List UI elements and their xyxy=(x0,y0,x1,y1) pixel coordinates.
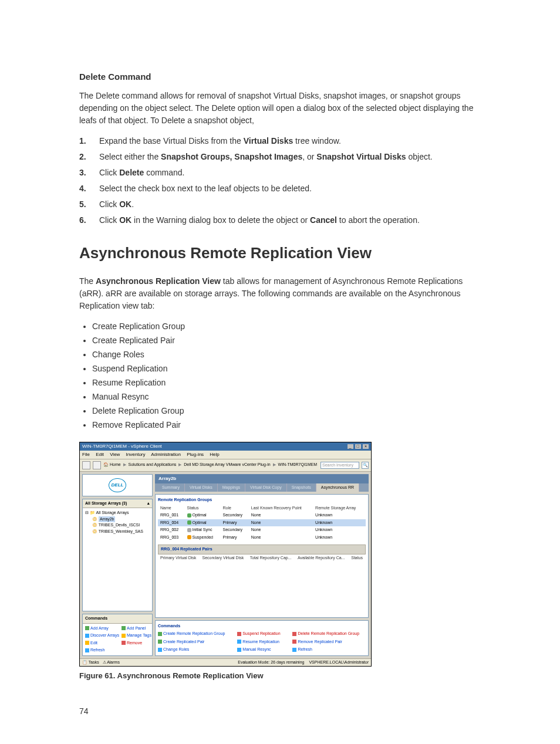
pairs-table: Primary Virtual Disk Secondary Virtual D… xyxy=(158,554,366,562)
plus-icon xyxy=(158,632,162,636)
breadcrumb: 🏠 Home ▶ Solutions and Applications ▶ De… xyxy=(103,462,318,468)
window-controls: _ □ × xyxy=(347,443,369,450)
table-row[interactable]: RRG_001OptimalSecondaryNoneUnknown xyxy=(158,512,366,519)
table-row-selected[interactable]: RRG_004OptimalPrimaryNoneUnknown xyxy=(158,519,366,527)
cmd-add-array[interactable]: Add Array xyxy=(85,625,119,632)
search-icon[interactable]: 🔍 xyxy=(362,462,369,469)
status-alarms[interactable]: Alarms xyxy=(107,660,120,664)
groups-table: Name Status Role Last Known Recovery Poi… xyxy=(158,505,366,542)
status-user: VSPHERE.LOCAL\Administrator xyxy=(309,660,369,666)
x-icon xyxy=(122,641,126,645)
menubar: File Edit View Inventory Administration … xyxy=(80,451,371,459)
tree-item-wembley[interactable]: 📀 TRIBES_Wembley_SAS xyxy=(85,529,150,535)
refresh-icon xyxy=(292,648,296,652)
storage-arrays-tree: All Storage Arrays (3)▴ ⊟ 📁 All Storage … xyxy=(82,499,153,612)
cmd-suspend[interactable]: Suspend Replication xyxy=(237,631,286,637)
table-row[interactable]: RRG_002Initial SyncSecondaryNoneUnknown xyxy=(158,526,366,534)
tab-vdisk-copy[interactable]: Virtual Disk Copy xyxy=(245,483,287,492)
vsphere-window: WIN-TM0R7QI1MEM - vSphere Client _ □ × F… xyxy=(79,442,372,667)
menu-administration[interactable]: Administration xyxy=(151,452,181,457)
delete-steps: Expand the base Virtual Disks from the V… xyxy=(79,135,481,226)
delete-icon xyxy=(292,632,296,636)
close-icon[interactable]: × xyxy=(363,444,369,449)
cmd-remove[interactable]: Remove xyxy=(122,640,151,647)
cmd-create-pair[interactable]: Create Replicated Pair xyxy=(158,639,231,645)
menu-inventory[interactable]: Inventory xyxy=(126,452,146,457)
tab-virtual-disks[interactable]: Virtual Disks xyxy=(185,483,218,492)
cmd-edit[interactable]: Edit xyxy=(85,640,119,647)
list-item: Change Roles xyxy=(92,349,481,361)
tree-item-devils[interactable]: 📀 TRIBES_Devils_ISCSI xyxy=(85,522,150,529)
window-titlebar: WIN-TM0R7QI1MEM - vSphere Client _ □ × xyxy=(80,442,371,451)
nav-back-button[interactable] xyxy=(82,461,90,469)
statusbar: 📋 Tasks ⚠ Alarms Evaluation Mode: 26 day… xyxy=(80,658,371,667)
figure-61: WIN-TM0R7QI1MEM - vSphere Client _ □ × F… xyxy=(79,442,481,682)
swap-icon xyxy=(158,648,162,652)
step-1: Expand the base Virtual Disks from the V… xyxy=(79,135,481,147)
status-tasks[interactable]: Tasks xyxy=(89,660,99,664)
cmd-refresh-lower[interactable]: Refresh xyxy=(292,647,366,653)
plus-icon xyxy=(158,640,162,644)
async-heading: Asynchronous Remote Replication View xyxy=(79,242,481,265)
pause-icon xyxy=(237,632,241,636)
tab-snapshots[interactable]: Snapshots xyxy=(287,483,316,492)
table-row[interactable]: RRG_003SuspendedPrimaryNoneUnknown xyxy=(158,534,366,542)
cmd-discover[interactable]: Discover Arrays xyxy=(85,633,119,639)
list-item: Suspend Replication xyxy=(92,363,481,375)
cmd-create-group[interactable]: Create Remote Replication Group xyxy=(158,631,231,637)
cmd-delete-group[interactable]: Delete Remote Replication Group xyxy=(292,631,366,637)
page-number: 74 xyxy=(79,705,481,718)
list-item: Remove Replicated Pair xyxy=(92,419,481,431)
lower-commands-title: Commands xyxy=(158,623,366,630)
status-sync-icon xyxy=(187,528,191,532)
tabs: Summary Virtual Disks Mappings Virtual D… xyxy=(155,483,369,492)
tab-mappings[interactable]: Mappings xyxy=(218,483,245,492)
cmd-remove-pair[interactable]: Remove Replicated Pair xyxy=(292,639,366,645)
status-eval: Evaluation Mode: 26 days remaining xyxy=(238,660,304,666)
collapse-icon[interactable]: ▴ xyxy=(147,500,150,507)
tree-header: All Storage Arrays (3)▴ xyxy=(83,499,152,509)
left-commands-panel: Commands Add Array Add Panel Discover Ar… xyxy=(82,614,153,656)
menu-view[interactable]: View xyxy=(110,452,120,457)
refresh-icon xyxy=(85,648,89,652)
tab-summary[interactable]: Summary xyxy=(157,483,185,492)
step-2: Select either the Snapshot Groups, Snaps… xyxy=(79,151,481,163)
pencil-icon xyxy=(85,641,89,645)
plus-icon xyxy=(122,626,126,630)
table-header-row: Primary Virtual Disk Secondary Virtual D… xyxy=(158,554,366,562)
menu-help[interactable]: Help xyxy=(210,452,219,457)
step-6: Click OK in the Warning dialog box to de… xyxy=(79,214,481,226)
tree-root[interactable]: ⊟ 📁 All Storage Arrays xyxy=(85,510,150,516)
cmd-manual-resync[interactable]: Manual Resync xyxy=(237,647,286,653)
cmd-resume[interactable]: Resume Replication xyxy=(237,639,286,645)
status-ok-icon xyxy=(187,513,191,518)
minimize-icon[interactable]: _ xyxy=(348,444,353,449)
menu-edit[interactable]: Edit xyxy=(96,452,104,457)
async-intro: The Asynchronous Replication View tab al… xyxy=(79,275,481,312)
cmd-add-panel[interactable]: Add Panel xyxy=(122,625,151,632)
content-title: Array2b xyxy=(155,474,369,483)
menu-file[interactable]: File xyxy=(82,452,90,457)
tab-async-rr[interactable]: Asynchronous RR xyxy=(316,483,359,492)
dell-logo-icon: DELL xyxy=(109,478,126,492)
delete-command-intro: The Delete command allows for removal of… xyxy=(79,90,481,127)
list-item: Delete Replication Group xyxy=(92,405,481,417)
sync-icon xyxy=(237,648,241,652)
plus-icon xyxy=(85,626,89,630)
toolbar: 🏠 Home ▶ Solutions and Applications ▶ De… xyxy=(80,459,371,472)
nav-forward-button[interactable] xyxy=(93,461,101,469)
maximize-icon[interactable]: □ xyxy=(355,444,361,449)
cmd-manage-tags[interactable]: Manage Tags xyxy=(122,633,151,639)
discover-icon xyxy=(85,634,89,638)
lower-commands-panel: Commands Create Remote Replication Group… xyxy=(155,620,369,656)
list-item: Create Replicated Pair xyxy=(92,334,481,347)
step-4: Select the check box next to the leaf ob… xyxy=(79,182,481,195)
step-3: Click Delete command. xyxy=(79,167,481,179)
menu-plugins[interactable]: Plug-ins xyxy=(187,452,204,457)
status-ok-icon xyxy=(187,520,191,525)
tree-item-array2b[interactable]: 📀 Array2b xyxy=(85,516,150,523)
search-input[interactable]: Search Inventory xyxy=(321,462,359,469)
cmd-refresh[interactable]: Refresh xyxy=(85,647,119,654)
pairs-title: RRG_004 Replicated Pairs xyxy=(158,545,366,554)
cmd-change-roles[interactable]: Change Roles xyxy=(158,647,231,653)
